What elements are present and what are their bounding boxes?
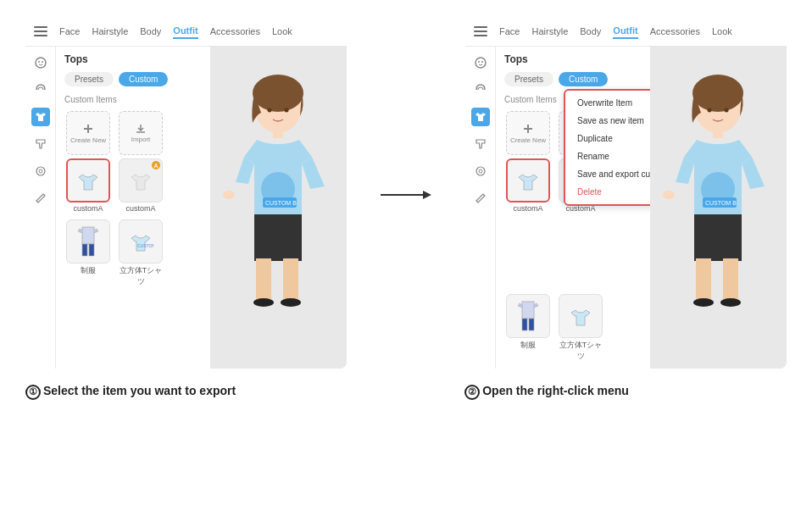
context-menu-right: Overwrite Item Save as new item Duplicat…	[564, 89, 650, 206]
item-thumb-selected-right[interactable]	[506, 158, 550, 203]
preset-tshirt-right[interactable]: 立方体Tシャツ	[557, 294, 604, 362]
face-icon-right[interactable]	[471, 53, 490, 72]
arrow-icon	[381, 186, 431, 203]
hair-icon[interactable]	[31, 80, 50, 99]
panel-right-body: Tops Presets Custom Custom Items Create …	[465, 47, 787, 369]
hamburger-icon-right[interactable]	[474, 26, 487, 36]
accessory-icon-right[interactable]	[471, 162, 490, 180]
context-overwrite[interactable]: Overwrite Item	[565, 94, 650, 112]
items-row-actions-left: Create New Import	[64, 111, 202, 155]
svg-point-3	[36, 167, 45, 175]
panel-left-body: Tops Presets Custom Custom Items Create …	[25, 47, 347, 369]
presets-tab-right[interactable]: Presets	[504, 72, 553, 86]
create-new-card-left: Create New	[64, 111, 112, 155]
svg-rect-43	[723, 258, 738, 301]
context-rename[interactable]: Rename	[565, 147, 650, 165]
svg-point-18	[253, 298, 274, 307]
plus-icon-left	[82, 123, 94, 135]
nav-tab-look-right[interactable]: Look	[712, 25, 732, 38]
nav-tab-accessories-left[interactable]: Accessories	[210, 25, 260, 38]
panel-left: Face Hairstyle Body Outfit Accessories L…	[25, 17, 347, 369]
content-left: Tops Presets Custom Custom Items Create …	[56, 47, 210, 369]
pants-icon[interactable]	[31, 135, 50, 153]
nav-tab-look-left[interactable]: Look	[272, 25, 292, 38]
pants-icon-right[interactable]	[471, 135, 490, 153]
svg-point-38	[692, 75, 743, 112]
preset-seifuku-label-left: 制服	[81, 265, 96, 276]
pencil-icon[interactable]	[31, 189, 50, 208]
caption-text-right: Open the right-click menu	[482, 384, 629, 397]
tabs-row-left: Presets Custom	[64, 72, 202, 86]
context-duplicate[interactable]: Duplicate	[565, 130, 650, 147]
svg-rect-39	[713, 130, 723, 138]
preset-tshirt-label-left: 立方体Tシャツ	[117, 265, 164, 287]
tabs-row-right: Presets Custom	[504, 72, 642, 86]
svg-rect-7	[82, 227, 94, 244]
item-customA-selected-left[interactable]: customA	[64, 158, 112, 213]
bottom-items-right: 制服 立方体Tシャツ	[504, 294, 642, 362]
import-label-left: Import	[131, 136, 151, 143]
shirt-thumb-selected	[75, 169, 101, 191]
create-new-card-right: Create New	[504, 111, 552, 155]
tshirt-icon: CUSTOM B	[128, 230, 153, 252]
panel-right-nav: Face Hairstyle Body Outfit Accessories L…	[465, 17, 787, 47]
context-save-new[interactable]: Save as new item	[565, 112, 650, 130]
item-thumb-selected-left[interactable]	[66, 158, 110, 203]
character-svg-right: CUSTOM B	[650, 64, 786, 352]
caption-text-left: Select the item you want to export	[43, 384, 236, 397]
svg-point-0	[36, 58, 46, 68]
nav-tab-hairstyle-right[interactable]: Hairstyle	[531, 25, 568, 38]
nav-tab-outfit-left[interactable]: Outfit	[173, 24, 197, 39]
svg-point-19	[281, 298, 301, 307]
preset-seifuku-thumb-left[interactable]	[66, 219, 110, 264]
shirt-icon-left[interactable]	[31, 108, 50, 126]
svg-point-4	[39, 169, 42, 173]
preset-tshirt-thumb-left[interactable]: CUSTOM B	[119, 219, 163, 264]
svg-point-27	[476, 58, 486, 68]
preset-seifuku-thumb-right[interactable]	[506, 294, 550, 338]
create-new-btn-left[interactable]: Create New	[66, 111, 110, 155]
svg-rect-17	[283, 258, 298, 301]
nav-tab-outfit-right[interactable]: Outfit	[613, 24, 637, 39]
svg-rect-41	[694, 214, 742, 261]
context-delete[interactable]: Delete	[565, 183, 650, 201]
context-save-export[interactable]: Save and export custom item	[565, 165, 650, 183]
item-thumb-left[interactable]: A	[119, 158, 163, 203]
preset-seifuku-right[interactable]: 制服	[504, 294, 552, 362]
shirt-icon-right[interactable]	[471, 108, 490, 126]
svg-rect-15	[254, 214, 302, 261]
items-row-customs-left: customA A customA	[64, 158, 202, 213]
item-label-customa-left: customA	[125, 204, 155, 213]
caption-left: ①Select the item you want to export	[25, 384, 348, 400]
preset-tshirt-thumb-right[interactable]	[559, 294, 603, 338]
import-btn-left[interactable]: Import	[119, 111, 163, 155]
custom-tab-left[interactable]: Custom	[119, 72, 168, 86]
hamburger-icon[interactable]	[34, 26, 47, 36]
svg-rect-34	[522, 302, 534, 319]
shirt-thumb	[128, 169, 153, 191]
preset-seifuku-left[interactable]: 制服	[64, 219, 112, 287]
caption-right: ②Open the right-click menu	[464, 384, 787, 400]
nav-tab-face-left[interactable]: Face	[59, 25, 80, 38]
import-icon-left	[135, 124, 147, 134]
nav-tab-accessories-right[interactable]: Accessories	[650, 25, 700, 38]
pencil-icon-right[interactable]	[471, 189, 490, 208]
panel-left-nav: Face Hairstyle Body Outfit Accessories L…	[25, 17, 347, 47]
hair-icon-right[interactable]	[471, 80, 490, 99]
face-icon[interactable]	[31, 53, 50, 72]
create-new-label-right: Create New	[510, 136, 546, 144]
item-customA-selected-right[interactable]: customA	[504, 158, 552, 213]
nav-tab-hairstyle-left[interactable]: Hairstyle	[92, 25, 128, 38]
arrow-section	[381, 17, 431, 203]
presets-tab-left[interactable]: Presets	[64, 72, 114, 86]
accessory-icon[interactable]	[31, 162, 50, 180]
sidebar-right	[465, 47, 496, 369]
nav-tab-face-right[interactable]: Face	[499, 25, 520, 38]
nav-tab-body-right[interactable]: Body	[580, 25, 601, 38]
preset-tshirt-left[interactable]: CUSTOM B 立方体Tシャツ	[117, 219, 164, 287]
create-new-btn-right[interactable]: Create New	[506, 111, 550, 155]
item-customA-left[interactable]: A customA	[117, 158, 164, 213]
seifuku-icon	[75, 226, 101, 257]
custom-tab-right[interactable]: Custom	[559, 72, 608, 86]
nav-tab-body-left[interactable]: Body	[140, 25, 161, 38]
